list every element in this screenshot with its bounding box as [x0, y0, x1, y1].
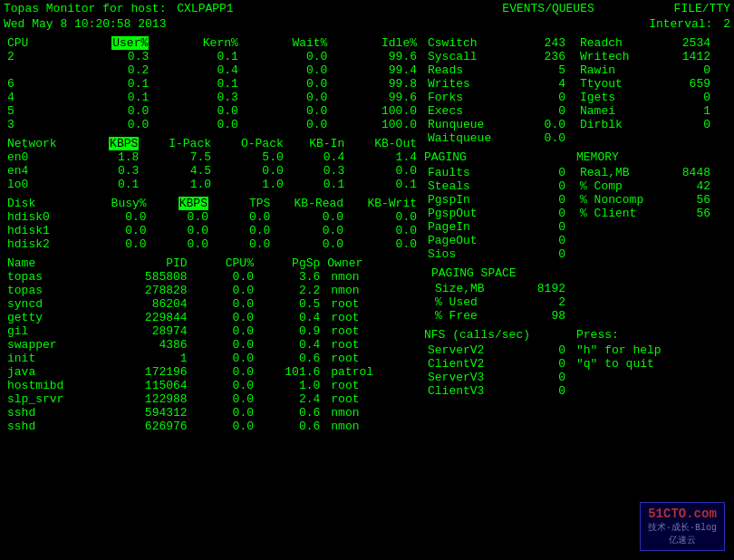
proc-pid-1: 278828: [101, 284, 191, 297]
disk-name-0: hdisk0: [4, 210, 82, 224]
cpu-user-4: 0.0: [63, 104, 153, 118]
disk-col-kbps: KBPS: [150, 197, 212, 210]
net-name-0: en0: [4, 150, 82, 164]
proc-pid-4: 28974: [101, 324, 191, 338]
paging-space-section: PAGING SPACE Size,MB 8192 % Used 2 % Fre…: [424, 266, 569, 323]
pg-val-2: 0: [513, 193, 569, 207]
ft-1: Writech 1412: [576, 50, 714, 63]
proc-owner-1: nmon: [324, 284, 420, 297]
cpu-user-0: 0.3: [63, 50, 153, 63]
memory-label: MEMORY: [576, 150, 714, 164]
proc-pgsp-10: 0.6: [257, 406, 324, 420]
ft-2: Rawin 0: [576, 63, 714, 77]
mem-val-0: 8448: [668, 166, 714, 179]
proc-header-row: Name PID CPU% PgSp Owner: [4, 256, 420, 270]
pg-val-4: 0: [513, 220, 569, 234]
disk-row-1: hdisk1 0.0 0.0 0.0 0.0 0.0: [4, 224, 420, 237]
proc-cpu-11: 0.0: [191, 420, 257, 433]
cpu-row-1: 0.2 0.4 0.0 99.4: [4, 63, 420, 77]
ft-val-4: 0: [661, 91, 714, 104]
net-opack-2: 1.0: [215, 178, 287, 191]
proc-pid-3: 229844: [101, 311, 191, 324]
ft-val-1: 1412: [661, 50, 714, 63]
ev-val-4: 0: [520, 91, 569, 104]
proc-owner-8: root: [324, 379, 420, 392]
file-tty-section: Readch 2534 Writech 1412 Rawin 0 Ttyou: [569, 36, 714, 145]
paging-space-table: Size,MB 8192 % Used 2 % Free 98: [431, 282, 569, 323]
disk-kbps-2: 0.0: [150, 237, 212, 251]
network-table: Network KBPS I-Pack O-Pack KB-In KB-Out …: [4, 137, 420, 191]
net-ipack-1: 4.5: [142, 164, 215, 178]
net-col-kbout: KB-Out: [348, 137, 420, 150]
watermark-sub2: 亿速云: [648, 534, 717, 546]
cpu-wait-5: 0.0: [242, 118, 332, 131]
ps-val-2: 98: [516, 309, 569, 323]
ft-label-6: Dirblk: [576, 118, 661, 131]
ev-val-1: 236: [520, 50, 569, 63]
cpu-row-3: 4 0.1 0.3 0.0 99.6: [4, 91, 420, 104]
disk-kbwrit-2: 0.0: [347, 237, 420, 251]
disk-row-0: hdisk0 0.0 0.0 0.0 0.0 0.0: [4, 210, 420, 224]
paging-label: PAGING: [424, 150, 569, 164]
nfs-0: ServerV2 0: [424, 343, 569, 357]
ft-5: Namei 1: [576, 104, 714, 118]
file-tty-table: Readch 2534 Writech 1412 Rawin 0 Ttyou: [576, 36, 714, 131]
net-col-kbps: KBPS: [82, 137, 142, 150]
net-col-name: Network: [4, 137, 82, 150]
ps-val-0: 8192: [516, 282, 569, 295]
nfs-label: NFS (calls/sec): [424, 328, 569, 342]
ev-label-2: Reads: [424, 63, 520, 77]
proc-pgsp-2: 0.5: [257, 297, 324, 311]
pg-5: PageOut 0: [424, 234, 569, 247]
ev-6: Runqueue 0.0: [424, 118, 569, 131]
proc-name-1: topas: [4, 284, 101, 297]
cpu-wait-4: 0.0: [242, 104, 332, 118]
ft-6: Dirblk 0: [576, 118, 714, 131]
proc-owner-5: root: [324, 338, 420, 352]
file-tty-label: FILE/TTY: [674, 2, 730, 15]
ps-2: % Free 98: [431, 309, 569, 323]
net-row-1: en4 0.3 4.5 0.0 0.3 0.0: [4, 164, 420, 178]
proc-name-10: sshd: [4, 406, 101, 420]
ps-label-1: % Used: [431, 295, 516, 309]
ev-val-7: 0.0: [520, 131, 569, 145]
press-label: Press:: [576, 328, 714, 342]
hostname: CXLPAPP1: [177, 2, 233, 15]
disk-kbps-1: 0.0: [150, 224, 212, 237]
datetime: Wed May 8 10:20:58 2013: [4, 17, 166, 31]
proc-col-cpu: CPU%: [191, 256, 257, 270]
user-pct-highlight: User%: [111, 36, 149, 50]
paging-memory-row: PAGING Faults 0 Steals 0 PgspIn 0: [424, 150, 734, 261]
cpu-idle-2: 99.8: [331, 77, 420, 91]
net-opack-1: 0.0: [215, 164, 287, 178]
proc-row-3: getty 229844 0.0 0.4 root: [4, 311, 420, 324]
ev-3: Writes 4: [424, 77, 569, 91]
nfs-val-1: 0: [526, 357, 569, 371]
proc-pgsp-7: 101.6: [257, 365, 324, 379]
proc-cpu-1: 0.0: [191, 284, 257, 297]
ft-label-4: Igets: [576, 91, 661, 104]
net-kbps-1: 0.3: [82, 164, 142, 178]
cpu-kern-5: 0.0: [152, 118, 242, 131]
ft-label-1: Writech: [576, 50, 661, 63]
ev-4: Forks 0: [424, 91, 569, 104]
disk-section: Disk Busy% KBPS TPS KB-Read KB-Writ hdis…: [4, 197, 420, 251]
ft-3: Ttyout 659: [576, 77, 714, 91]
pg-6: Sios 0: [424, 247, 569, 261]
disk-kbread-2: 0.0: [274, 237, 347, 251]
proc-name-4: gil: [4, 324, 101, 338]
pg-label-5: PageOut: [424, 234, 513, 247]
cpu-col-cpu: CPU: [4, 36, 63, 50]
proc-owner-3: root: [324, 311, 420, 324]
proc-row-5: swapper 4386 0.0 0.4 root: [4, 338, 420, 352]
ev-5: Execs 0: [424, 104, 569, 118]
disk-table: Disk Busy% KBPS TPS KB-Read KB-Writ hdis…: [4, 197, 420, 251]
header-right: EVENTS/QUEUES FILE/TTY: [502, 2, 730, 15]
events-section: Cswitch 243 Syscall 236 Reads 5 Writes: [424, 36, 569, 145]
cpu-row-5: 3 0.0 0.0 0.0 100.0: [4, 118, 420, 131]
proc-pgsp-9: 2.4: [257, 392, 324, 406]
nfs-press-row: NFS (calls/sec) ServerV2 0 ClientV2 0 Se…: [424, 328, 734, 398]
proc-pgsp-4: 0.9: [257, 324, 324, 338]
disk-col-kbwrit: KB-Writ: [347, 197, 420, 210]
memory-section: MEMORY Real,MB 8448 % Comp 42 % Noncomp: [569, 150, 714, 261]
